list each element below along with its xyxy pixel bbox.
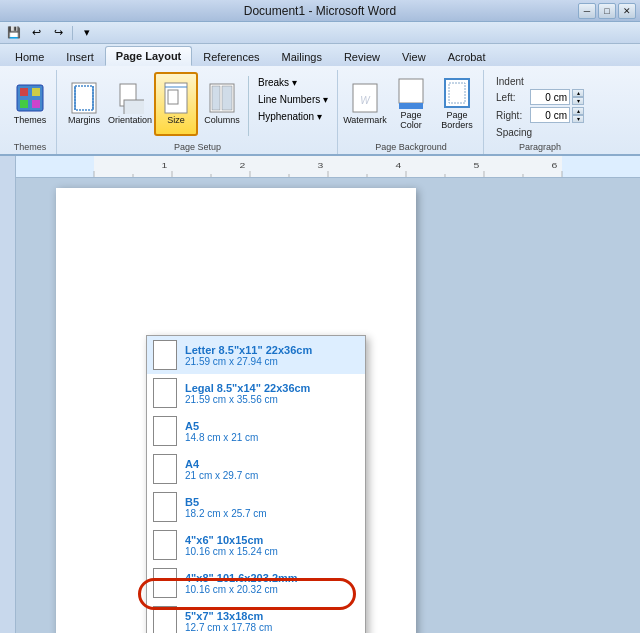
paper-info-legal: Legal 8.5"x14" 22x36cm 21.59 cm x 35.56 … [185, 382, 359, 405]
maximize-button[interactable]: □ [598, 3, 616, 19]
svg-rect-15 [212, 86, 220, 110]
line-numbers-label: Line Numbers ▾ [258, 94, 328, 105]
dropdown-scroll[interactable]: Letter 8.5"x11" 22x36cm 21.59 cm x 27.94… [147, 336, 365, 633]
4x8-dims: 10.16 cm x 20.32 cm [185, 584, 359, 595]
page-setup-small-buttons: Breaks ▾ Line Numbers ▾ Hyphenation ▾ [253, 72, 333, 125]
themes-group-label: Themes [14, 142, 47, 154]
paper-size-dropdown: Letter 8.5"x11" 22x36cm 21.59 cm x 27.94… [146, 335, 366, 633]
save-button[interactable]: 💾 [4, 24, 24, 42]
content-area: Letter 8.5"x11" 22x36cm 21.59 cm x 27.94… [0, 178, 640, 633]
minimize-button[interactable]: ─ [578, 3, 596, 19]
line-numbers-button[interactable]: Line Numbers ▾ [253, 91, 333, 108]
5x7-name: 5"x7" 13x18cm [185, 610, 359, 622]
svg-rect-10 [124, 100, 144, 114]
paper-item-legal[interactable]: Legal 8.5"x14" 22x36cm 21.59 cm x 35.56 … [147, 374, 365, 412]
spacing-label: Spacing [496, 127, 532, 138]
orientation-button[interactable]: Orientation [108, 72, 152, 136]
paper-icon-legal [153, 378, 177, 408]
paper-info-4x8: 4"x8" 101.6x203.2mm 10.16 cm x 20.32 cm [185, 572, 359, 595]
tab-home[interactable]: Home [4, 47, 55, 66]
ribbon-group-paragraph: Indent Left: ▴ ▾ Right: ▴ ▾ Spacing Para [485, 70, 595, 154]
margins-label: Margins [68, 116, 100, 126]
indent-left-input[interactable] [530, 89, 570, 105]
hyphenation-button[interactable]: Hyphenation ▾ [253, 108, 333, 125]
paper-item-letter[interactable]: Letter 8.5"x11" 22x36cm 21.59 cm x 27.94… [147, 336, 365, 374]
ribbon: Themes Themes Margins [0, 66, 640, 156]
svg-rect-12 [168, 90, 178, 104]
indent-right-spin: ▴ ▾ [572, 107, 584, 123]
tab-page-layout[interactable]: Page Layout [105, 46, 192, 66]
paper-item-4x8[interactable]: 4"x8" 101.6x203.2mm 10.16 cm x 20.32 cm [147, 564, 365, 602]
indent-left-spin: ▴ ▾ [572, 89, 584, 105]
watermark-button[interactable]: W Watermark [343, 72, 387, 136]
svg-text:6: 6 [552, 161, 558, 170]
indent-right-down[interactable]: ▾ [572, 115, 584, 123]
quick-access-toolbar: 💾 ↩ ↪ ▾ [0, 22, 640, 44]
indent-right-input[interactable] [530, 107, 570, 123]
paper-info-b5: B5 18.2 cm x 25.7 cm [185, 496, 359, 519]
page-borders-button[interactable]: Page Borders [435, 72, 479, 136]
a4-dims: 21 cm x 29.7 cm [185, 470, 359, 481]
paper-item-b5[interactable]: B5 18.2 cm x 25.7 cm [147, 488, 365, 526]
redo-button[interactable]: ↪ [48, 24, 68, 42]
ruler-main: 1 2 3 4 5 6 [16, 156, 640, 178]
paper-info-a4: A4 21 cm x 29.7 cm [185, 458, 359, 481]
tab-review[interactable]: Review [333, 47, 391, 66]
margins-icon [68, 82, 100, 114]
tab-mailings[interactable]: Mailings [271, 47, 333, 66]
size-button[interactable]: Size [154, 72, 198, 136]
orientation-label: Orientation [108, 116, 152, 126]
tab-insert[interactable]: Insert [55, 47, 105, 66]
columns-icon [206, 82, 238, 114]
customize-btn[interactable]: ▾ [77, 24, 97, 42]
title-text: Document1 - Microsoft Word [244, 4, 397, 18]
page-setup-separator [248, 76, 249, 136]
left-ruler [0, 178, 16, 633]
close-button[interactable]: ✕ [618, 3, 636, 19]
page-color-label: Page Color [392, 111, 430, 131]
paper-icon-b5 [153, 492, 177, 522]
page-borders-label: Page Borders [438, 111, 476, 131]
indent-right-up[interactable]: ▴ [572, 107, 584, 115]
watermark-icon: W [349, 82, 381, 114]
svg-text:W: W [360, 95, 371, 106]
themes-content: Themes [8, 72, 52, 142]
page-color-icon [395, 77, 427, 109]
paper-item-a5[interactable]: A5 14.8 cm x 21 cm [147, 412, 365, 450]
svg-rect-4 [32, 100, 40, 108]
paper-item-4x6[interactable]: 4"x6" 10x15cm 10.16 cm x 15.24 cm [147, 526, 365, 564]
page-background-content: W Watermark Page Color [343, 72, 479, 142]
page-color-button[interactable]: Page Color [389, 72, 433, 136]
breaks-button[interactable]: Breaks ▾ [253, 74, 333, 91]
letter-name: Letter 8.5"x11" 22x36cm [185, 344, 359, 356]
paper-info-4x6: 4"x6" 10x15cm 10.16 cm x 15.24 cm [185, 534, 359, 557]
indent-left-up[interactable]: ▴ [572, 89, 584, 97]
paper-icon-a4 [153, 454, 177, 484]
svg-text:5: 5 [474, 161, 480, 170]
paper-item-5x7[interactable]: 5"x7" 13x18cm 12.7 cm x 17.78 cm [147, 602, 365, 633]
page-borders-icon [441, 77, 473, 109]
paper-icon-5x7 [153, 606, 177, 633]
columns-button[interactable]: Columns [200, 72, 244, 136]
svg-text:3: 3 [318, 161, 324, 170]
svg-text:2: 2 [240, 161, 246, 170]
paragraph-content: Indent Left: ▴ ▾ Right: ▴ ▾ Spacing [496, 72, 584, 142]
paper-info-5x7: 5"x7" 13x18cm 12.7 cm x 17.78 cm [185, 610, 359, 633]
tab-references[interactable]: References [192, 47, 270, 66]
columns-label: Columns [204, 116, 240, 126]
a5-dims: 14.8 cm x 21 cm [185, 432, 359, 443]
margins-button[interactable]: Margins [62, 72, 106, 136]
paper-item-a4[interactable]: A4 21 cm x 29.7 cm [147, 450, 365, 488]
tab-view[interactable]: View [391, 47, 437, 66]
themes-button[interactable]: Themes [8, 72, 52, 136]
a5-name: A5 [185, 420, 359, 432]
svg-rect-3 [32, 88, 40, 96]
hyphenation-label: Hyphenation ▾ [258, 111, 322, 122]
page-background-group-label: Page Background [375, 142, 447, 154]
4x6-name: 4"x6" 10x15cm [185, 534, 359, 546]
indent-left-down[interactable]: ▾ [572, 97, 584, 105]
paper-icon-a5 [153, 416, 177, 446]
undo-button[interactable]: ↩ [26, 24, 46, 42]
tab-acrobat[interactable]: Acrobat [437, 47, 497, 66]
ribbon-group-themes: Themes Themes [4, 70, 57, 154]
